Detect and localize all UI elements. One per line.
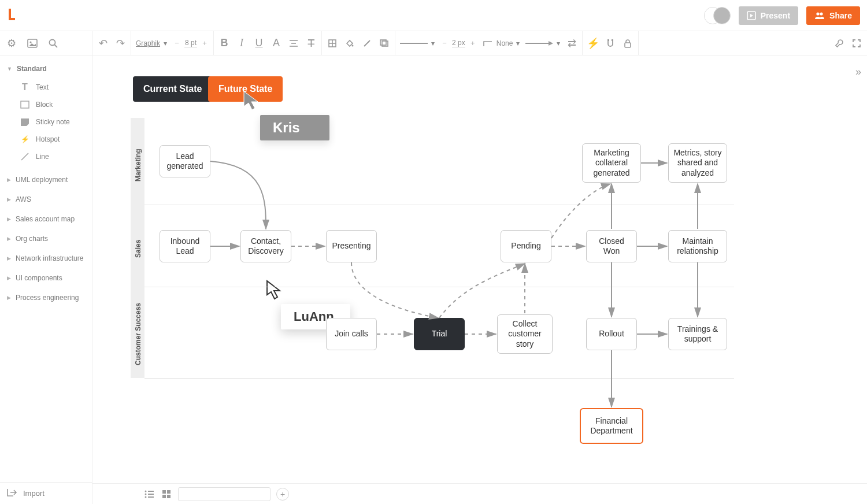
node-lead-generated[interactable]: Lead generated [160,145,210,177]
import-icon [7,488,17,498]
node-label: Join calls [335,329,368,339]
italic-icon[interactable]: I [236,38,247,49]
bolt-icon: ⚡ [20,134,30,144]
image-icon[interactable] [27,38,38,49]
svg-point-5 [50,39,55,45]
sidebar-item-label: Hotspot [36,135,60,143]
sidebar-item-line[interactable]: Line [0,148,92,165]
sidebar-section-sales[interactable]: ▶Sales account map [0,209,92,229]
sidebar-section-uml[interactable]: ▶UML deployment [0,170,92,190]
paint-bucket-icon[interactable] [344,38,355,49]
node-trainings[interactable]: Trainings & support [668,318,727,350]
share-button[interactable]: Share [806,6,860,25]
node-closed-won[interactable]: Closed Won [586,230,637,262]
sidebar-section-label: Process engineering [16,294,79,302]
swap-arrows-icon[interactable]: ⇄ [566,38,577,49]
node-inbound-lead[interactable]: Inbound Lead [160,230,210,262]
node-presenting[interactable]: Presenting [326,230,377,262]
add-page-button[interactable]: + [276,488,289,501]
node-contact-discovery[interactable]: Contact, Discovery [240,230,291,262]
node-label: Trial [432,329,447,339]
cursor-icon [266,280,282,301]
shape-style-icon[interactable] [379,38,390,49]
node-rollout[interactable]: Rollout [586,318,637,350]
text-color-icon[interactable]: A [271,38,282,49]
line-dash-select[interactable]: ▾ [400,39,435,47]
node-metrics[interactable]: Metrics, story shared and analyzed [668,143,727,183]
node-marketing-collateral[interactable]: Marketing collateral generated [582,143,641,183]
clear-format-icon[interactable]: T̶ [305,38,317,49]
fullscreen-icon[interactable] [851,38,862,49]
underline-icon[interactable]: U [253,38,265,49]
undo-icon[interactable]: ↶ [97,38,109,49]
sidebar-section-network[interactable]: ▶Network infrastructure [0,249,92,268]
minus-icon[interactable]: − [440,39,449,47]
search-icon[interactable] [47,38,59,49]
redo-icon[interactable]: ↷ [114,38,126,49]
node-label: Contact, Discovery [244,236,287,257]
node-collect-story[interactable]: Collect customer story [497,314,553,354]
lock-icon[interactable] [622,38,633,49]
import-button[interactable]: Import [0,482,92,504]
panel-collapse-icon[interactable]: » [855,66,861,78]
wrench-icon[interactable] [833,38,845,49]
tab-current-state[interactable]: Current State [133,76,212,102]
sidebar-item-block[interactable]: Block [0,96,92,113]
gear-icon[interactable]: ⚙ [6,38,17,49]
line-color-icon[interactable] [361,38,373,49]
lane-label-marketing: Marketing [134,149,142,181]
people-icon [814,12,825,20]
svg-rect-44 [162,495,166,498]
sidebar-group-standard[interactable]: ▼ Standard [0,61,92,76]
canvas[interactable]: » Current State Future State Kris LuAnn … [92,55,867,483]
sidebar-section-orgcharts[interactable]: ▶Org charts [0,229,92,249]
arrow-style-select[interactable]: ▾ [525,39,560,47]
svg-rect-21 [21,101,29,108]
sidebar-item-hotspot[interactable]: ⚡Hotspot [0,131,92,148]
plus-icon[interactable]: + [469,39,477,47]
import-label: Import [23,489,45,498]
font-family-select[interactable]: Graphik ▾ [136,39,167,47]
sidebar-section-aws[interactable]: ▶AWS [0,190,92,209]
list-view-icon[interactable] [143,488,155,500]
grid-view-icon[interactable] [161,488,172,500]
minus-icon[interactable]: − [173,39,181,47]
avatar[interactable] [713,7,731,24]
present-button[interactable]: Present [739,6,798,25]
caret-right-icon: ▶ [7,275,11,281]
line-width-stepper[interactable]: − 2 px + [440,39,477,47]
sidebar-section-process[interactable]: ▶Process engineering [0,288,92,307]
page-name-input[interactable] [178,487,271,501]
node-join-calls[interactable]: Join calls [326,318,377,350]
sidebar-section-ui[interactable]: ▶UI components [0,268,92,288]
caret-right-icon: ▶ [7,255,11,261]
connectors-layer [92,55,844,483]
node-label: Maintain relationship [672,236,723,257]
align-icon[interactable] [288,38,299,49]
plus-icon[interactable]: + [201,39,209,47]
sidebar: ▼ Standard TText Block Sticky note ⚡Hots… [0,55,92,504]
logo [7,8,18,24]
bolt-icon[interactable]: ⚡ [587,38,599,49]
sidebar-item-text[interactable]: TText [0,79,92,96]
sidebar-section-label: Org charts [16,235,48,243]
line-routing-select[interactable]: None ▾ [483,39,520,47]
svg-rect-45 [167,495,171,498]
node-trial[interactable]: Trial [414,318,465,350]
magnet-icon[interactable] [605,38,616,49]
page-bar: + [92,483,867,504]
block-icon [20,99,30,110]
node-label: Marketing collateral generated [586,148,637,179]
sidebar-section-label: AWS [16,195,31,203]
sticky-note-icon [20,117,30,127]
font-size-stepper[interactable]: − 8 pt + [173,39,209,47]
svg-line-6 [55,45,58,47]
node-financial[interactable]: Financial Department [580,408,643,444]
node-pending[interactable]: Pending [501,230,551,262]
brand-bar: Present Share [0,0,867,31]
bold-icon[interactable]: B [218,38,230,49]
node-maintain[interactable]: Maintain relationship [668,230,727,262]
fill-icon[interactable] [327,38,338,49]
sidebar-item-stickynote[interactable]: Sticky note [0,113,92,131]
collaborator-avatars[interactable] [704,7,731,24]
